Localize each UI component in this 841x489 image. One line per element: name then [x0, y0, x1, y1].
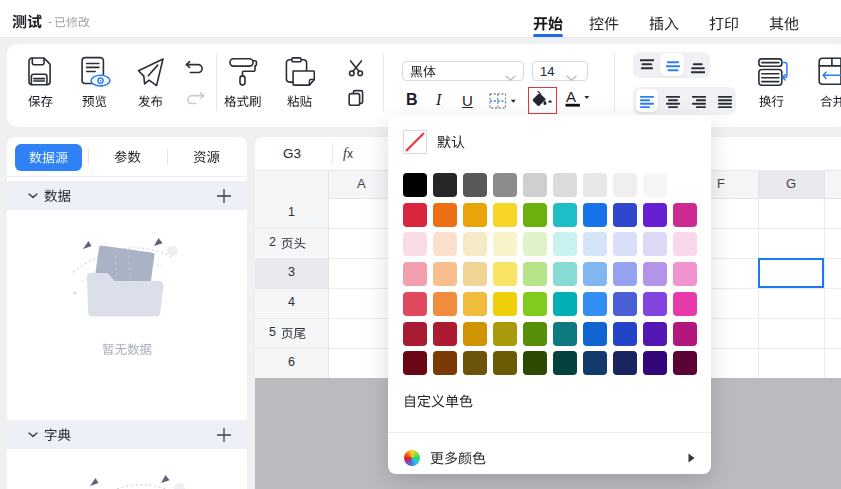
- svg-text:A: A: [566, 88, 576, 105]
